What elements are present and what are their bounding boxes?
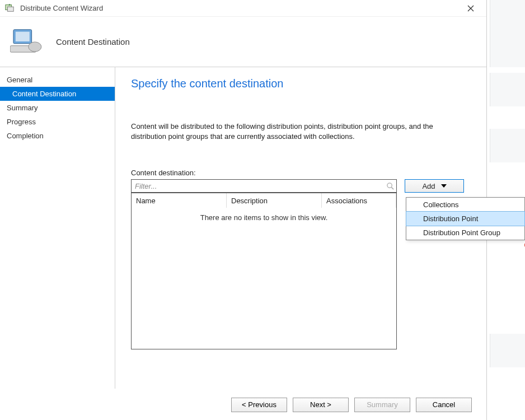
svg-point-5 [29,42,41,52]
titlebar: Distribute Content Wizard [0,0,486,17]
background-panel [490,334,525,367]
list-empty-text: There are no items to show in this view. [132,208,396,349]
column-description[interactable]: Description [227,193,322,208]
chevron-down-icon [441,184,447,188]
svg-line-7 [391,187,393,189]
next-button[interactable]: Next > [293,398,349,412]
svg-point-6 [387,183,391,188]
step-progress[interactable]: Progress [0,115,115,129]
field-label-content-destination: Content destination: [131,169,473,177]
filter-row: Add [131,179,473,193]
summary-button: Summary [354,398,410,412]
background-panel [490,73,525,106]
search-icon[interactable] [384,180,396,192]
add-dropdown-menu: Collections Distribution Point Distribut… [406,197,525,240]
page-instructions: Content will be distributed to the follo… [131,122,444,142]
previous-button[interactable]: < Previous [231,398,287,412]
column-name[interactable]: Name [132,193,227,208]
filter-input[interactable] [132,181,384,192]
destination-list: Name Description Associations There are … [131,193,397,349]
list-header: Name Description Associations [132,193,396,208]
wizard-icon [4,3,16,14]
window-title: Distribute Content Wizard [20,4,460,12]
add-menu-collections[interactable]: Collections [406,198,524,212]
computer-icon [10,27,43,56]
svg-rect-1 [7,7,13,11]
background-panel [490,0,525,67]
filter-box [131,179,397,193]
svg-rect-3 [16,32,30,41]
step-content-destination[interactable]: Content Destination [0,87,115,101]
close-button[interactable] [460,1,482,16]
wizard-steps: General Content Destination Summary Prog… [0,67,115,389]
step-completion[interactable]: Completion [0,129,115,143]
column-associations[interactable]: Associations [322,193,396,208]
add-button[interactable]: Add [405,179,464,193]
step-summary[interactable]: Summary [0,101,115,115]
banner-title: Content Destination [56,37,130,46]
page-heading: Specify the content destination [131,77,473,90]
close-icon [467,5,474,12]
step-general[interactable]: General [0,73,115,87]
add-menu-distribution-point-group[interactable]: Distribution Point Group [406,226,524,240]
add-menu-distribution-point[interactable]: Distribution Point [406,211,525,226]
banner: Content Destination [0,17,486,67]
background-panel [490,129,525,162]
cancel-button[interactable]: Cancel [416,398,472,412]
add-button-label: Add [422,182,435,190]
wizard-footer: < Previous Next > Summary Cancel [0,389,486,420]
